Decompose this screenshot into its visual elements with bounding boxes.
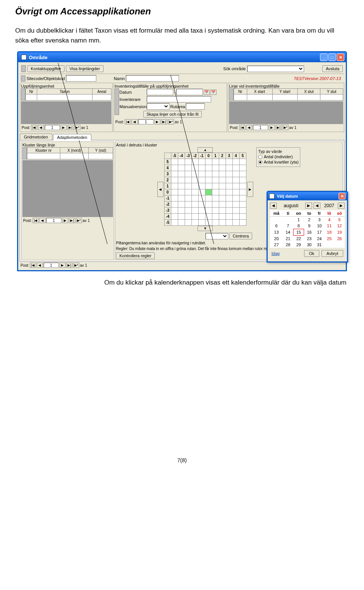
- nav-new[interactable]: ▶*: [73, 263, 79, 268]
- kluster-group-label: Kluster längs linje: [22, 143, 113, 147]
- manualversion-combo[interactable]: [147, 103, 169, 110]
- radio-label-2: Antal kvartiler (yta): [264, 160, 299, 164]
- nav-next[interactable]: ▶: [154, 119, 160, 124]
- nav-next[interactable]: ▶: [60, 263, 66, 268]
- calendar-button-2[interactable]: 📅: [210, 90, 217, 95]
- areal-field[interactable]: [93, 94, 111, 101]
- col-xstart: X start: [247, 89, 272, 94]
- nav-last[interactable]: ▶|: [66, 263, 72, 268]
- calendar-button-1[interactable]: 📅: [204, 90, 210, 95]
- col-yslut: Y slut: [320, 89, 343, 94]
- scroll-right[interactable]: ▶: [247, 182, 253, 197]
- rutarea-field[interactable]: [186, 103, 205, 110]
- nav-last[interactable]: ▶|: [67, 125, 74, 130]
- nav-first[interactable]: |◀: [239, 125, 245, 130]
- record-selector[interactable]: [21, 88, 25, 101]
- nav-pos[interactable]: [253, 125, 268, 130]
- cell[interactable]: [247, 94, 272, 101]
- kontrollera-button[interactable]: Kontrollera regler: [116, 252, 155, 259]
- delruta-combo[interactable]: [206, 233, 228, 239]
- tab-gridmetoden[interactable]: Gridmetoden: [20, 134, 52, 140]
- dp-year-next[interactable]: ▶: [338, 203, 345, 209]
- uppfoljningsenhet-panel: Uppföljningsenhet Nr Taxon Areal: [20, 83, 113, 132]
- nav-new[interactable]: ▶*: [282, 125, 289, 130]
- datum2-field[interactable]: [176, 89, 203, 95]
- nav-prev[interactable]: ◀: [39, 218, 46, 223]
- nav-first[interactable]: |◀: [30, 263, 36, 268]
- cell[interactable]: [272, 94, 298, 101]
- dp-calendar[interactable]: måtiontofrlösö12345678910111213141516171…: [270, 210, 345, 248]
- dp-close-button[interactable]: ✕: [339, 193, 345, 200]
- kontakt-button[interactable]: Kontaktuppgifter: [27, 65, 64, 72]
- sitecode-field[interactable]: [66, 75, 96, 82]
- inventerare-label: Inventerare: [119, 97, 146, 102]
- dp-month-next[interactable]: ▶: [305, 203, 312, 209]
- col-taxon: Taxon: [37, 89, 93, 94]
- dp-today-link[interactable]: Idag: [271, 251, 279, 256]
- record-selector[interactable]: [115, 88, 119, 115]
- nav-first[interactable]: |◀: [125, 119, 131, 124]
- linje-group-label: Linje vid inventeringstillfälle: [229, 84, 343, 88]
- avsluta-button[interactable]: Avsluta: [322, 65, 343, 72]
- col-ystart: Y start: [272, 89, 298, 94]
- sok-omrade-combo[interactable]: [247, 66, 304, 72]
- nav-last[interactable]: ▶|: [161, 119, 167, 124]
- scroll-up[interactable]: ▲: [198, 147, 213, 153]
- dp-year-prev[interactable]: ◀: [314, 203, 320, 209]
- tab-adaptivmetoden[interactable]: Adaptivmetoden: [53, 134, 92, 140]
- centrera-button[interactable]: Centrera: [229, 233, 253, 239]
- nav-new[interactable]: ▶*: [168, 119, 174, 124]
- nav-pos[interactable]: [46, 218, 61, 223]
- nav-next[interactable]: ▶: [62, 218, 68, 223]
- dp-ok-button[interactable]: Ok: [304, 250, 319, 257]
- radio-antal-individer[interactable]: [258, 155, 262, 159]
- visa-linjelangder-button[interactable]: Visa linjelängder: [66, 65, 104, 72]
- record-selector[interactable]: [22, 147, 27, 159]
- record-selector[interactable]: [229, 88, 234, 101]
- linje-panel: Linje vid inventeringstillfälle Nr X sta…: [228, 83, 344, 132]
- nav-pos[interactable]: [44, 263, 59, 268]
- nav-first[interactable]: |◀: [33, 218, 39, 223]
- nav-next[interactable]: ▶: [61, 125, 67, 130]
- record-selector[interactable]: [21, 76, 25, 82]
- cell[interactable]: [298, 94, 320, 101]
- namn-field[interactable]: [126, 75, 179, 82]
- scroll-left[interactable]: ◀: [157, 182, 163, 197]
- nav-prev[interactable]: ◀: [37, 263, 43, 268]
- nav-pos[interactable]: [45, 125, 60, 130]
- nav-next[interactable]: ▶: [269, 125, 275, 130]
- maximize-button[interactable]: □: [328, 53, 336, 61]
- cell[interactable]: [320, 94, 343, 101]
- taxon-field[interactable]: [37, 94, 93, 101]
- minimize-button[interactable]: _: [320, 53, 328, 61]
- nav-prev[interactable]: ◀: [132, 119, 138, 124]
- dp-month-prev[interactable]: ◀: [270, 203, 277, 209]
- radio-antal-kvartiler[interactable]: [258, 160, 262, 164]
- col-yost: Y (ost): [89, 148, 113, 153]
- cell[interactable]: [27, 153, 60, 159]
- uppf-nav: Post: |◀ ◀ ▶ ▶| ▶* av 1: [21, 124, 111, 131]
- nr-field[interactable]: [26, 94, 37, 101]
- nav-last[interactable]: ▶|: [276, 125, 282, 130]
- dp-cancel-button[interactable]: Avbryt: [322, 250, 343, 257]
- nav-new[interactable]: ▶*: [76, 218, 82, 223]
- nav-pos[interactable]: [138, 119, 154, 124]
- nav-prev[interactable]: ◀: [38, 125, 44, 130]
- skapa-linjer-button[interactable]: Skapa linjer och rutor från fil: [143, 111, 202, 118]
- cell[interactable]: [60, 153, 88, 159]
- nav-prev[interactable]: ◀: [246, 125, 252, 130]
- nav-last[interactable]: ▶|: [69, 218, 75, 223]
- nav-first[interactable]: |◀: [31, 125, 37, 130]
- col-nr: Nr: [26, 89, 37, 94]
- cell[interactable]: [234, 94, 247, 101]
- cell[interactable]: [89, 153, 113, 159]
- scroll-down[interactable]: ▼: [198, 226, 213, 231]
- namn-label: Namn: [114, 76, 125, 81]
- subform-area: [22, 160, 113, 217]
- inventerare-field[interactable]: [147, 96, 211, 102]
- datum-field[interactable]: [147, 89, 173, 95]
- delruta-grid[interactable]: -5-4-3-2-1012345543210-1-2-3-4-5: [164, 153, 246, 226]
- nav-new[interactable]: ▶*: [74, 125, 80, 130]
- close-button[interactable]: ✕: [337, 53, 344, 61]
- record-selector[interactable]: [21, 65, 26, 72]
